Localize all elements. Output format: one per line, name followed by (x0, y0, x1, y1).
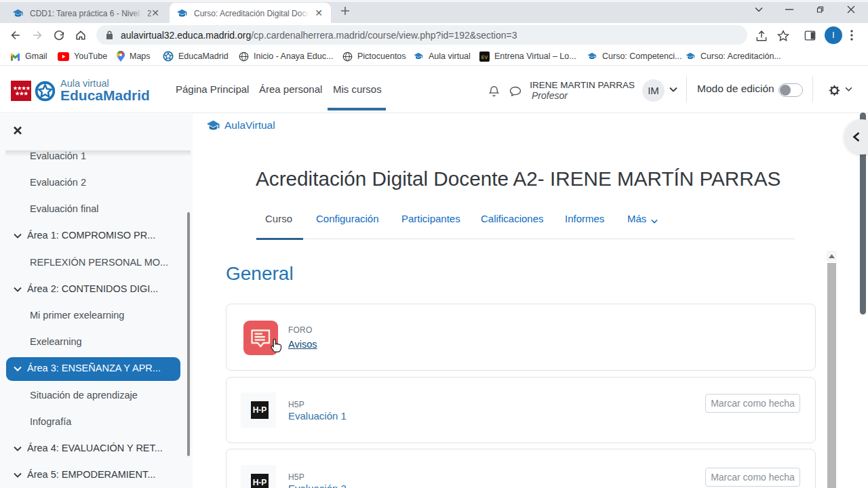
svg-text:EV: EV (481, 54, 488, 59)
